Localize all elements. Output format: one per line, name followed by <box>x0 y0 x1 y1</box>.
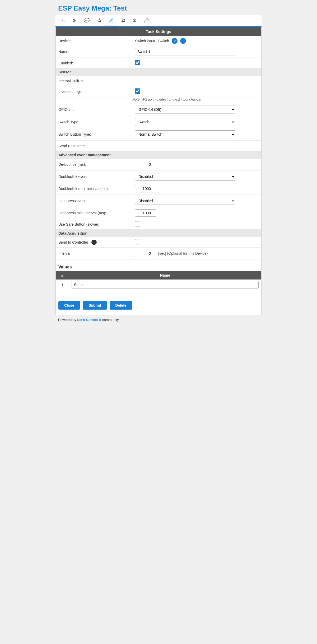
longpress-interval-control <box>135 209 259 217</box>
info-icon[interactable]: i <box>180 38 186 44</box>
internal-pullup-checkbox[interactable] <box>135 78 140 83</box>
interval-row: Interval: [sec] (Optional for this Devic… <box>56 248 261 259</box>
nav-chat[interactable]: 💬 <box>80 15 93 26</box>
values-col-name-header: Name <box>69 271 261 280</box>
interval-control: [sec] (Optional for this Device) <box>135 250 259 257</box>
task-settings-header: Task Settings <box>56 27 261 36</box>
doubleclick-interval-row: Doubleclick max. interval (ms): <box>56 183 261 195</box>
enabled-checkbox[interactable] <box>135 60 140 65</box>
name-control <box>135 48 259 55</box>
nav-notify[interactable]: ✉ <box>129 15 140 26</box>
debounce-control <box>135 161 259 168</box>
send-controller-checkbox[interactable] <box>135 239 140 244</box>
debounce-label: De-bounce (ms): <box>58 162 135 167</box>
internal-pullup-control <box>135 78 259 84</box>
gpio-row: GPIO ⇄ : GPIO-14 (D5) GPIO-0 (D3) GPIO-2… <box>56 103 261 116</box>
safe-button-row: Use Safe Button (slower): <box>56 219 261 230</box>
nav-tasks[interactable] <box>105 16 118 26</box>
doubleclick-interval-input[interactable] <box>135 185 156 192</box>
safe-button-checkbox[interactable] <box>135 221 140 226</box>
values-col-num-header: # <box>56 271 69 280</box>
submit-button[interactable]: Submit <box>83 301 107 310</box>
sensor-header: Sensor <box>56 68 261 76</box>
send-controller-control <box>135 239 259 245</box>
enabled-label: Enabled: <box>58 61 135 65</box>
longpress-interval-input[interactable] <box>135 209 156 217</box>
interval-suffix: [sec] (Optional for this Device) <box>158 251 208 255</box>
device-label: Device: <box>58 39 135 43</box>
switch-button-type-control: Normal Switch Push Button Active Low Pus… <box>135 130 259 138</box>
values-row-1-name-input[interactable] <box>72 281 259 288</box>
device-row: Device: Switch input - Switch ? i <box>56 36 261 46</box>
doubleclick-event-control: Disabled Active Low Active High Active L… <box>135 173 259 181</box>
help-icon[interactable]: ? <box>172 38 178 44</box>
values-table-header: # Name <box>56 271 261 280</box>
values-row-1: 1 <box>56 280 261 290</box>
switch-button-type-select[interactable]: Normal Switch Push Button Active Low Pus… <box>135 130 235 138</box>
button-row: Close Submit Delete <box>56 296 261 315</box>
footer-text-prefix: Powered by <box>58 318 77 322</box>
send-controller-info-icon[interactable]: i <box>91 240 97 245</box>
values-row-1-name-cell <box>69 280 261 290</box>
values-row-1-num: 1 <box>56 281 69 289</box>
send-controller-label: Send to Controller i <box>58 240 135 245</box>
name-input[interactable] <box>135 48 235 55</box>
inversed-logic-checkbox[interactable] <box>135 88 140 94</box>
main-content: Task Settings Device: Switch input - Swi… <box>55 27 262 315</box>
safe-button-label: Use Safe Button (slower): <box>58 222 135 226</box>
name-label: Name: <box>58 50 135 54</box>
gpio-control: GPIO-14 (D5) GPIO-0 (D3) GPIO-2 (D4) GPI… <box>135 106 259 113</box>
send-controller-row: Send to Controller i <box>56 237 261 248</box>
inversed-logic-row: Inversed Logic: <box>56 86 261 97</box>
nav-pin[interactable] <box>93 16 105 26</box>
longpress-interval-label: Longpress min. interval (ms): <box>58 211 135 215</box>
longpress-interval-row: Longpress min. interval (ms): <box>56 207 261 219</box>
name-row: Name: <box>56 46 261 58</box>
longpress-event-select[interactable]: Disabled Active Low Active High Active L… <box>135 197 235 205</box>
footer-link[interactable]: Let's Control It <box>77 318 101 322</box>
longpress-event-control: Disabled Active Low Active High Active L… <box>135 197 259 205</box>
advanced-event-header: Advanced event management <box>56 151 261 159</box>
send-boot-state-checkbox[interactable] <box>135 143 140 148</box>
longpress-event-label: Longpress event: <box>58 199 135 203</box>
gpio-label: GPIO ⇄ : <box>58 107 135 112</box>
send-boot-state-control <box>135 143 259 149</box>
debounce-input[interactable] <box>135 161 156 168</box>
internal-pullup-row: Internal PullUp: <box>56 76 261 86</box>
inversed-logic-note: Note: Will go into effect on next input … <box>56 97 261 103</box>
device-value-text: Switch input - Switch <box>135 39 169 43</box>
send-boot-state-label: Send Boot state: <box>58 144 135 148</box>
switch-button-type-row: Switch Button Type: Normal Switch Push B… <box>56 128 261 141</box>
nav-rules[interactable]: ⇄ <box>118 15 129 26</box>
doubleclick-event-row: Doubleclick event: Disabled Active Low A… <box>56 171 261 183</box>
interval-label: Interval: <box>58 251 135 255</box>
divider <box>56 293 261 293</box>
doubleclick-event-select[interactable]: Disabled Active Low Active High Active L… <box>135 173 235 181</box>
debounce-row: De-bounce (ms): <box>56 159 261 171</box>
switch-type-control: Switch Dimmer <box>135 118 259 126</box>
data-acquisition-header: Data Acquisition <box>56 230 261 237</box>
longpress-event-row: Longpress event: Disabled Active Low Act… <box>56 195 261 207</box>
close-button[interactable]: Close <box>58 301 80 310</box>
nav-home[interactable]: ⌂ <box>58 15 68 26</box>
switch-type-row: Switch Type: Switch Dimmer <box>56 116 261 128</box>
inversed-logic-control <box>135 88 259 94</box>
switch-type-select[interactable]: Switch Dimmer <box>135 118 235 126</box>
nav-config[interactable]: ⚙ <box>68 15 80 26</box>
doubleclick-interval-label: Doubleclick max. interval (ms): <box>58 187 135 191</box>
delete-button[interactable]: Delete <box>110 301 132 310</box>
gpio-select[interactable]: GPIO-14 (D5) GPIO-0 (D3) GPIO-2 (D4) GPI… <box>135 106 235 113</box>
page-title: ESP Easy Mega: Test <box>55 0 262 15</box>
enabled-control <box>135 60 259 66</box>
values-section: Values # Name 1 <box>56 262 261 290</box>
inversed-logic-label: Inversed Logic: <box>58 89 135 94</box>
doubleclick-event-label: Doubleclick event: <box>58 174 135 179</box>
nav-tools[interactable] <box>140 16 152 26</box>
nav-bar: ⌂ ⚙ 💬 ⇄ ✉ <box>55 15 262 27</box>
send-boot-state-row: Send Boot state: <box>56 141 261 151</box>
footer: Powered by Let's Control It community <box>55 315 262 324</box>
switch-type-label: Switch Type: <box>58 120 135 124</box>
device-value: Switch input - Switch ? i <box>135 38 186 44</box>
safe-button-control <box>135 221 259 227</box>
interval-input[interactable] <box>135 250 156 257</box>
